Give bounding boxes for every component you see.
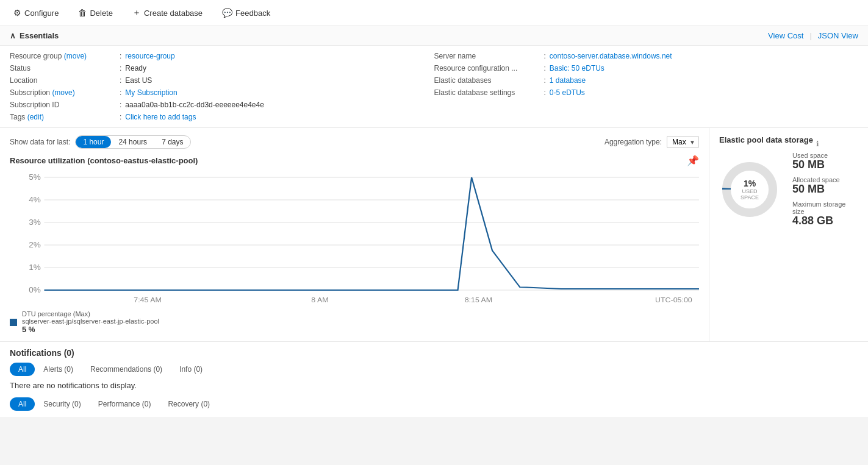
max-storage-label: Maximum storage size [792,201,858,215]
info-icon: ℹ [816,140,819,148]
svg-text:3%: 3% [29,218,41,227]
subscription-row: Subscription (move) : My Subscription [10,88,434,97]
main-content: ∧ Essentials View Cost | JSON View Resou… [0,26,868,417]
delete-icon: 🗑 [78,8,87,18]
server-name-value: contoso-server.database.windows.net [550,52,672,60]
resource-group-move-link[interactable]: (move) [64,52,87,60]
storage-area: Elastic pool data storage ℹ 1% USED SPAC… [709,128,868,341]
resource-config-link[interactable]: Basic: 50 eDTUs [550,64,604,73]
health-tab-all[interactable]: All [10,397,35,411]
health-tab-performance[interactable]: Performance (0) [90,397,160,411]
chart-legend: DTU percentage (Max) sqlserver-east-jp/s… [10,310,699,334]
resource-config-row: Resource configuration ... : Basic: 50 e… [434,64,859,73]
svg-text:0%: 0% [29,286,41,294]
feedback-icon: 💬 [222,8,232,18]
server-name-link[interactable]: contoso-server.database.windows.net [550,52,672,60]
elastic-databases-value: 1 database [550,76,586,85]
create-database-label: Create database [144,9,203,18]
chart-controls: Show data for last: 1 hour 24 hours 7 da… [10,135,699,149]
essentials-section-title: Essentials [20,31,59,40]
legend-unit: % [29,325,35,334]
resource-group-link[interactable]: resource-group [125,52,174,60]
notifications-title: Notifications (0) [10,348,74,358]
status-value: Ready [125,64,146,73]
subscription-label: Subscription (move) [10,88,120,97]
legend-number: 5 [22,325,26,334]
essentials-right-col: Server name : contoso-server.database.wi… [434,52,859,121]
aggregation-wrapper: Max Min Avg ▼ [667,136,699,148]
subscription-link[interactable]: My Subscription [125,88,177,97]
chart-svg: 5% 4% 3% 2% 1% 0% 7:45 AM 8 AM 8:15 AM U… [10,171,699,305]
time-controls: Show data for last: 1 hour 24 hours 7 da… [10,135,191,149]
aggregation-label: Aggregation type: [604,138,662,146]
notif-tab-recommendations[interactable]: Recommendations (0) [82,363,171,376]
status-label: Status [10,64,120,73]
pin-icon[interactable]: 📌 [687,155,699,166]
subscription-move-link[interactable]: (move) [52,88,74,97]
elastic-db-settings-value: 0-5 eDTUs [550,88,585,97]
legend-color [10,319,17,326]
essentials-left-col: Resource group (move) : resource-group S… [10,52,434,121]
tags-add-link[interactable]: Click here to add tags [125,113,196,121]
resource-config-value: Basic: 50 eDTUs [550,64,604,73]
chart-title-row: Resource utilization (contoso-eastus-ela… [10,155,699,166]
tags-edit-link[interactable]: (edit) [27,113,44,121]
health-tab-security[interactable]: Security (0) [35,397,89,411]
chevron-up-icon: ∧ [10,31,16,40]
allocated-space-stat: Allocated space 50 MB [792,176,858,196]
resource-config-label: Resource configuration ... [434,64,544,73]
svg-text:2%: 2% [29,241,41,249]
time-btn-24hours[interactable]: 24 hours [111,136,154,148]
monitoring-section: Show data for last: 1 hour 24 hours 7 da… [0,128,868,342]
configure-button[interactable]: ⚙ Configure [10,5,62,20]
max-storage-stat: Maximum storage size 4.88 GB [792,201,858,227]
chart-title: Resource utilization (contoso-eastus-ela… [10,156,198,165]
subscription-id-label: Subscription ID [10,101,120,109]
notif-tab-all[interactable]: All [10,363,35,376]
feedback-label: Feedback [235,9,270,18]
donut-used-space-text: USED SPACE [734,188,765,201]
chart-area: Show data for last: 1 hour 24 hours 7 da… [0,128,709,341]
storage-stats: Used space 50 MB Allocated space 50 MB M… [792,152,858,227]
time-btn-1hour[interactable]: 1 hour [76,136,111,148]
health-tab-recovery[interactable]: Recovery (0) [159,397,218,411]
svg-text:7:45 AM: 7:45 AM [134,296,162,303]
elastic-db-settings-link[interactable]: 0-5 eDTUs [550,88,585,97]
toolbar: ⚙ Configure 🗑 Delete ＋ Create database 💬… [0,0,868,26]
notifications-header: Notifications (0) [10,348,858,358]
server-name-row: Server name : contoso-server.database.wi… [434,52,859,60]
notif-tab-alerts[interactable]: Alerts (0) [35,363,82,376]
time-btn-7days[interactable]: 7 days [154,136,190,148]
essentials-header: ∧ Essentials View Cost | JSON View [0,26,868,46]
feedback-button[interactable]: 💬 Feedback [218,5,274,20]
donut-percent: 1% [734,179,765,188]
time-buttons: 1 hour 24 hours 7 days [75,135,191,149]
view-cost-link[interactable]: View Cost [768,31,803,40]
allocated-space-label: Allocated space [792,176,858,183]
notif-tabs: All Alerts (0) Recommendations (0) Info … [10,363,858,376]
max-storage-value: 4.88 GB [792,215,858,227]
elastic-databases-link[interactable]: 1 database [550,76,586,85]
subscription-value: My Subscription [125,88,177,97]
chart-container: 5% 4% 3% 2% 1% 0% 7:45 AM 8 AM 8:15 AM U… [10,171,699,305]
essentials-title: ∧ Essentials [10,31,59,40]
json-view-link[interactable]: JSON View [818,31,858,40]
health-tabs: All Security (0) Performance (0) Recover… [10,397,858,411]
subscription-id-value: aaaa0a0a-bb1b-cc2c-dd3d-eeeeee4e4e4e [125,101,264,109]
create-database-button[interactable]: ＋ Create database [129,5,206,21]
essentials-actions: View Cost | JSON View [768,31,858,40]
elastic-databases-row: Elastic databases : 1 database [434,76,859,85]
notif-tab-info[interactable]: Info (0) [171,363,211,376]
status-row: Status : Ready [10,64,434,73]
resource-group-row: Resource group (move) : resource-group [10,52,434,60]
subscription-id-row: Subscription ID : aaaa0a0a-bb1b-cc2c-dd3… [10,101,434,109]
server-name-label: Server name [434,52,544,60]
donut-container: 1% USED SPACE Used space 50 MB Allocated… [719,152,858,227]
svg-text:UTC-05:00: UTC-05:00 [655,296,692,303]
aggregation-select[interactable]: Max Min Avg [667,136,699,148]
notifications-section: Notifications (0) All Alerts (0) Recomme… [0,342,868,417]
add-icon: ＋ [132,7,141,18]
svg-text:8:15 AM: 8:15 AM [465,296,493,303]
tags-row: Tags (edit) : Click here to add tags [10,113,434,121]
delete-button[interactable]: 🗑 Delete [74,5,117,20]
